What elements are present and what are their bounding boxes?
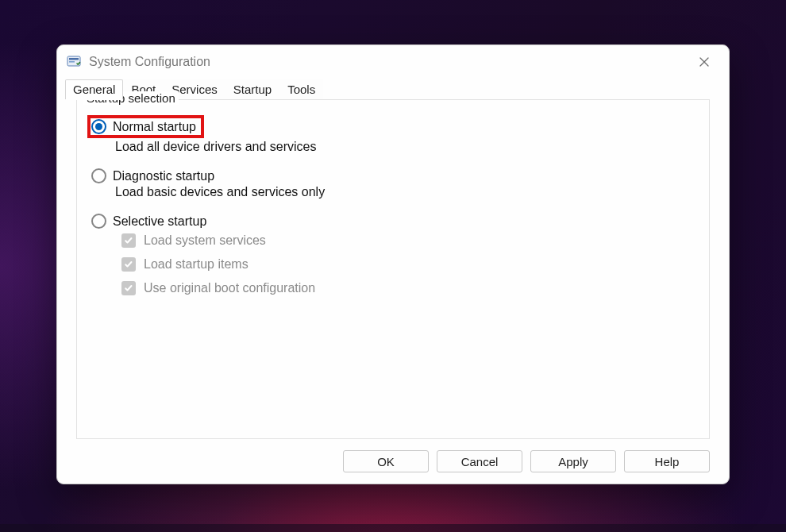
- checkbox-original-boot-config: [121, 281, 136, 295]
- startup-selection-group: Startup selection Normal startup Load al…: [76, 99, 710, 439]
- svg-rect-1: [69, 58, 79, 60]
- msconfig-icon: [67, 55, 81, 69]
- checkbox-original-boot-config-label: Use original boot configuration: [144, 281, 315, 295]
- tab-general[interactable]: General: [65, 79, 123, 99]
- tab-content: Startup selection Normal startup Load al…: [57, 99, 729, 484]
- help-button[interactable]: Help: [624, 450, 710, 472]
- diagnostic-startup-desc: Load basic devices and services only: [115, 185, 695, 199]
- checkbox-load-system-services-label: Load system services: [144, 233, 266, 248]
- dialog-buttons: OK Cancel Apply Help: [65, 439, 721, 476]
- normal-startup-desc: Load all device drivers and services: [115, 140, 695, 154]
- radio-normal-startup-label: Normal startup: [113, 120, 196, 134]
- radio-selective-startup-label: Selective startup: [113, 214, 206, 229]
- titlebar: System Configuration: [57, 45, 729, 79]
- close-icon: [699, 56, 710, 67]
- window-title: System Configuration: [89, 55, 688, 69]
- ok-button[interactable]: OK: [343, 450, 429, 472]
- radio-diagnostic-startup[interactable]: [91, 168, 106, 183]
- radio-selective-startup[interactable]: [91, 214, 106, 229]
- cancel-button[interactable]: Cancel: [437, 450, 522, 472]
- option-diagnostic-startup: Diagnostic startup Load basic devices an…: [91, 168, 695, 199]
- option-selective-startup: Selective startup Load system services L…: [91, 214, 695, 295]
- selective-checklist: Load system services Load startup items …: [121, 233, 695, 295]
- close-button[interactable]: [688, 50, 721, 74]
- apply-button[interactable]: Apply: [530, 450, 616, 472]
- check-icon: [124, 236, 133, 245]
- radio-diagnostic-startup-label: Diagnostic startup: [113, 169, 214, 183]
- taskbar: [0, 524, 786, 532]
- radio-normal-startup[interactable]: [91, 119, 106, 134]
- checkbox-load-startup-items-label: Load startup items: [144, 257, 249, 272]
- checkbox-load-startup-items: [121, 257, 136, 272]
- radio-normal-startup-highlight: Normal startup: [87, 115, 204, 138]
- system-configuration-window: System Configuration General Boot Servic…: [56, 44, 730, 484]
- check-icon: [124, 283, 133, 293]
- checkbox-load-system-services: [121, 233, 136, 248]
- svg-rect-2: [69, 61, 75, 63]
- tab-startup[interactable]: Startup: [225, 79, 279, 99]
- option-normal-startup: Normal startup Load all device drivers a…: [91, 118, 695, 154]
- tab-tools[interactable]: Tools: [279, 79, 323, 99]
- check-icon: [124, 260, 133, 269]
